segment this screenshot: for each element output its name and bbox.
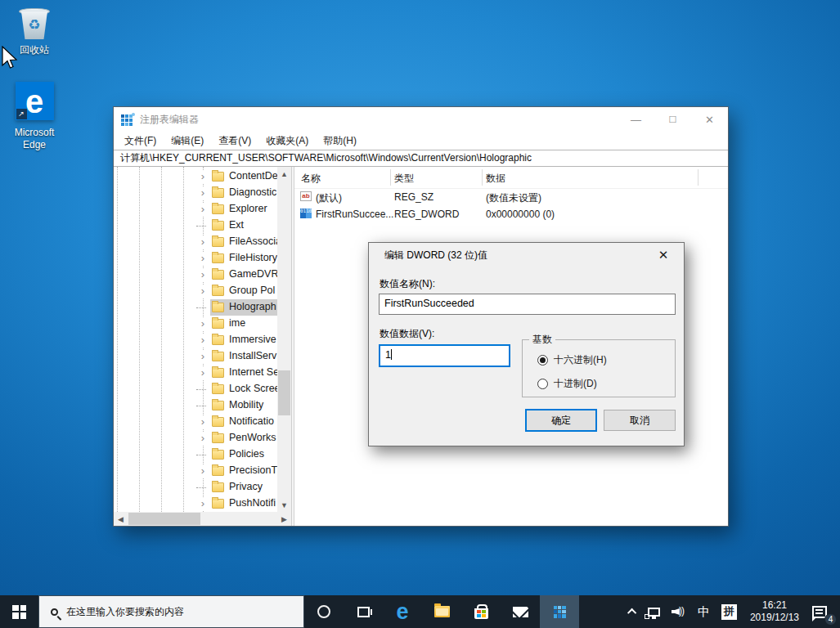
task-view-button[interactable] [344, 595, 383, 628]
expand-chevron-icon[interactable]: › [198, 252, 208, 265]
tree-item-internet-se[interactable]: ›Internet Se [114, 365, 277, 381]
ok-button[interactable]: 确定 [525, 409, 597, 432]
expand-chevron-icon[interactable]: › [198, 464, 208, 478]
tree-item-gamedvr[interactable]: ›GameDVR [114, 267, 277, 283]
taskbar-clock[interactable]: 16:21 2019/12/13 [743, 599, 806, 624]
expand-chevron-icon[interactable]: › [198, 334, 208, 347]
tree-item-fileassocia[interactable]: ›FileAssocia [114, 234, 277, 250]
hscroll-thumb[interactable] [128, 513, 200, 525]
tree-item-filehistory[interactable]: ›FileHistory [114, 250, 277, 267]
dialog-close-icon[interactable]: ✕ [651, 243, 676, 267]
tree-item-label: FileHistory [229, 252, 277, 263]
tree-item-pushnotifi[interactable]: ›PushNotifi [114, 496, 277, 512]
expand-chevron-icon[interactable]: › [198, 350, 208, 363]
maximize-button[interactable]: ☐ [654, 107, 691, 132]
tree-item-lock-scree[interactable]: Lock Scree [114, 381, 277, 397]
value-row[interactable]: 0110FirstRunSuccee...REG_DWORD0x00000000… [294, 206, 728, 223]
value-name: FirstRunSuccee... [316, 209, 393, 220]
menu-edit[interactable]: 编辑(E) [164, 132, 211, 150]
ime-language-button[interactable]: 中 [692, 595, 716, 628]
tree-item-policies[interactable]: Policies [114, 446, 277, 463]
volume-tray-button[interactable]: )) [666, 595, 692, 628]
tree-item-explorer[interactable]: ›Explorer [114, 201, 277, 218]
scroll-down-icon[interactable]: ▼ [277, 498, 291, 512]
notification-badge: 4 [824, 613, 837, 626]
network-tray-button[interactable] [642, 595, 666, 628]
folder-icon [212, 417, 224, 427]
expand-chevron-icon[interactable]: › [198, 497, 208, 510]
tree-horizontal-scrollbar[interactable]: ◀ ▶ [114, 512, 291, 526]
expand-chevron-icon[interactable]: › [198, 170, 208, 183]
value-data-input[interactable]: 1 [379, 344, 510, 367]
tree-item-ime[interactable]: ›ime [114, 316, 277, 332]
tree-item-notificatio[interactable]: ›Notificatio [114, 414, 277, 430]
registry-tree-pane[interactable]: ›ContentDe›Diagnostic›ExplorerExt›FileAs… [114, 167, 291, 526]
cortana-button[interactable] [304, 595, 344, 628]
regedit-taskbar-button[interactable] [540, 595, 579, 628]
folder-icon [212, 466, 224, 476]
tray-expand-button[interactable] [624, 595, 642, 628]
store-button[interactable] [461, 595, 501, 628]
expand-chevron-icon[interactable]: › [198, 317, 208, 330]
column-data[interactable]: 数据 [486, 172, 505, 186]
edge-desktop-icon[interactable]: e ↗ Microsoft Edge [0, 82, 69, 151]
tree-item-mobility[interactable]: Mobility [114, 397, 277, 414]
scroll-left-icon[interactable]: ◀ [114, 512, 128, 526]
radio-decimal[interactable]: 十进制(D) [537, 377, 597, 391]
menu-favorites[interactable]: 收藏夹(A) [258, 132, 316, 150]
column-name[interactable]: 名称 [301, 172, 321, 186]
tree-item-ext[interactable]: Ext [114, 218, 277, 234]
value-name-input[interactable]: FirstRunSucceeded [379, 294, 676, 315]
tree-item-group-pol[interactable]: ›Group Pol [114, 283, 277, 299]
menu-help[interactable]: 帮助(H) [316, 132, 364, 150]
address-bar[interactable]: 计算机\HKEY_CURRENT_USER\SOFTWARE\Microsoft… [114, 150, 728, 167]
ime-mode-button[interactable]: 拼 [716, 595, 743, 628]
radio-hexadecimal[interactable]: 十六进制(H) [537, 353, 607, 367]
edge-taskbar-button[interactable]: e [383, 595, 422, 628]
expand-chevron-icon[interactable]: › [198, 268, 208, 281]
tree-item-precisiont[interactable]: ›PrecisionT [114, 463, 277, 479]
tree-connector [196, 389, 206, 390]
tree-item-installserv[interactable]: ›InstallServ [114, 348, 277, 365]
action-center-button[interactable]: 4 [806, 595, 840, 628]
expand-chevron-icon[interactable]: › [198, 432, 208, 445]
folder-icon [212, 401, 224, 410]
expand-chevron-icon[interactable]: › [198, 236, 208, 249]
tree-item-contentde[interactable]: ›ContentDe [114, 168, 277, 185]
scroll-right-icon[interactable]: ▶ [277, 512, 291, 526]
radio-dec-label: 十进制(D) [554, 377, 597, 391]
close-button[interactable]: ✕ [691, 107, 728, 132]
vscroll-thumb[interactable] [278, 370, 290, 415]
file-explorer-button[interactable] [422, 595, 461, 628]
cancel-button[interactable]: 取消 [604, 410, 676, 431]
tree-item-privacy[interactable]: Privacy [114, 479, 277, 496]
expand-chevron-icon[interactable]: › [198, 285, 208, 298]
folder-icon [212, 172, 224, 182]
edge-icon: e ↗ [16, 82, 54, 120]
regedit-titlebar[interactable]: 注册表编辑器 — ☐ ✕ [114, 107, 728, 132]
menu-view[interactable]: 查看(V) [211, 132, 258, 150]
expand-chevron-icon[interactable]: › [198, 366, 208, 379]
scroll-up-icon[interactable]: ▲ [277, 167, 291, 181]
column-type[interactable]: 类型 [394, 172, 414, 186]
menu-file[interactable]: 文件(F) [117, 132, 164, 150]
tree-item-label: Mobility [229, 399, 263, 410]
tree-vertical-scrollbar[interactable]: ▲ ▼ [277, 167, 291, 512]
tree-item-holograph[interactable]: Holograph [114, 299, 277, 316]
start-button[interactable] [0, 595, 38, 628]
value-type: REG_DWORD [394, 209, 459, 220]
mouse-cursor [0, 46, 18, 70]
microsoft-store-icon [474, 608, 488, 619]
minimize-button[interactable]: — [618, 107, 654, 132]
expand-chevron-icon[interactable]: › [198, 186, 208, 200]
mail-button[interactable] [501, 595, 540, 628]
value-row[interactable]: ab(默认)REG_SZ(数值未设置) [294, 189, 728, 206]
tree-item-immersive[interactable]: ›Immersive [114, 332, 277, 348]
taskbar-search-box[interactable]: 在这里输入你要搜索的内容 [38, 595, 304, 628]
tree-item-diagnostic[interactable]: ›Diagnostic [114, 185, 277, 201]
expand-chevron-icon[interactable]: › [198, 415, 208, 428]
expand-chevron-icon[interactable]: › [198, 203, 208, 216]
dialog-titlebar[interactable]: 编辑 DWORD (32 位)值 ✕ [369, 243, 684, 267]
tree-item-label: PenWorks [229, 432, 276, 443]
tree-item-penworks[interactable]: ›PenWorks [114, 430, 277, 446]
